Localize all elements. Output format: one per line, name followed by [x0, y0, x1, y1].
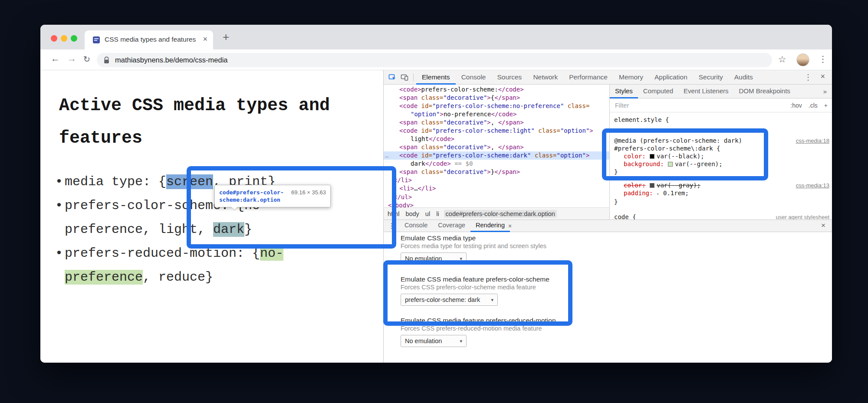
- bullet-marker: •: [55, 194, 63, 218]
- drawer-tab-console[interactable]: Console: [399, 220, 433, 232]
- stylesheet-link[interactable]: css-media:13: [796, 182, 829, 190]
- code-segment: <code: [399, 152, 418, 159]
- tab-audits[interactable]: Audits: [729, 70, 759, 85]
- device-toolbar-icon[interactable]: [398, 73, 411, 81]
- tree-line[interactable]: ▶ <li>…</li>: [384, 184, 609, 193]
- devtools-menu-icon[interactable]: ⋮: [804, 72, 812, 82]
- tab-memory[interactable]: Memory: [613, 70, 649, 85]
- element-style-rule[interactable]: element.style {: [610, 116, 832, 124]
- stylesheet-link[interactable]: css-media:18: [796, 137, 829, 145]
- tab-computed[interactable]: Computed: [638, 85, 678, 98]
- tab-network[interactable]: Network: [527, 70, 563, 85]
- url-text[interactable]: mathiasbynens.be/demo/css-media: [115, 56, 228, 64]
- bullet-marker: •: [55, 170, 63, 194]
- new-style-rule-icon[interactable]: +: [824, 102, 828, 109]
- browser-tab[interactable]: CSS media types and features ×: [85, 30, 213, 49]
- tree-line[interactable]: "option">no-preference</code>: [384, 110, 609, 118]
- tab-performance[interactable]: Performance: [563, 70, 613, 85]
- code-segment: </code>: [491, 111, 516, 118]
- tree-line[interactable]: <code>prefers-color-scheme:</code>: [384, 85, 609, 94]
- window-close-button[interactable]: [51, 35, 57, 42]
- tab-dom-breakpoints[interactable]: DOM Breakpoints: [733, 85, 795, 98]
- tab-strip: CSS media types and features × +: [40, 25, 832, 49]
- code-segment: dark: [411, 160, 425, 167]
- tree-line[interactable]: <span class="decorative">, </span>: [384, 118, 609, 127]
- tab-application[interactable]: Application: [649, 70, 693, 85]
- expand-shorthand-icon[interactable]: ▸: [657, 191, 660, 197]
- drawer-tab-coverage[interactable]: Coverage: [433, 220, 470, 232]
- css-property[interactable]: padding: ▸ 0.1rem;: [614, 189, 832, 198]
- devtools-close-icon[interactable]: ×: [820, 72, 825, 81]
- tab-sources[interactable]: Sources: [492, 70, 528, 85]
- tree-line[interactable]: <span class="decorative">{</span>: [384, 94, 609, 102]
- code-segment: light: [411, 135, 429, 142]
- tree-line[interactable]: <code id="prefers-color-scheme:no-prefer…: [384, 102, 609, 110]
- code-segment: }: [491, 168, 494, 175]
- tree-line[interactable]: </body>: [384, 201, 609, 207]
- drawer-tabbar: ⋮ Console Coverage Rendering × ×: [384, 220, 832, 232]
- toggle-hover-state[interactable]: :hov: [790, 102, 802, 109]
- tree-line[interactable]: <span class="decorative">, </span>: [384, 143, 609, 151]
- code-segment: </span>: [498, 144, 524, 151]
- tab-elements[interactable]: Elements: [416, 70, 456, 85]
- tab-styles[interactable]: Styles: [610, 85, 638, 98]
- tree-line[interactable]: <code id="prefers-color-scheme:light" cl…: [384, 127, 609, 135]
- code-segment: <span: [399, 119, 418, 126]
- color-swatch[interactable]: [650, 183, 654, 188]
- toggle-classes[interactable]: .cls: [809, 102, 818, 109]
- code-segment: </ul>: [394, 193, 412, 200]
- code-segment: ,: [491, 144, 498, 151]
- profile-avatar[interactable]: [796, 53, 809, 66]
- inspect-element-icon[interactable]: [386, 73, 398, 81]
- prefers-reduced-motion-select[interactable]: No emulation ▾: [401, 335, 467, 347]
- address-bar[interactable]: mathiasbynens.be/demo/css-media: [97, 53, 772, 67]
- breadcrumb-ul[interactable]: ul: [425, 210, 430, 217]
- bookmark-star-icon[interactable]: ☆: [778, 54, 786, 65]
- code-segment: prefers-color-scheme:: [421, 86, 498, 93]
- code-segment: <li>: [399, 185, 414, 192]
- tree-line[interactable]: dark</code> == $0: [384, 160, 609, 168]
- tab-event-listeners[interactable]: Event Listeners: [678, 85, 733, 98]
- code-segment: <code: [399, 102, 418, 109]
- code-segment: class=: [418, 144, 443, 151]
- code-segment: {: [491, 94, 494, 101]
- window-minimize-button[interactable]: [61, 35, 67, 42]
- breadcrumb-li[interactable]: li: [436, 210, 439, 217]
- browser-window: CSS media types and features × + ← → ↻ m…: [40, 25, 832, 363]
- breadcrumb-body[interactable]: body: [405, 210, 419, 217]
- reload-icon[interactable]: ↻: [83, 54, 90, 64]
- code-segment: </span>: [494, 94, 520, 101]
- code-segment: "decorative": [443, 119, 487, 126]
- tree-line[interactable]: </li>: [384, 176, 609, 184]
- tree-line[interactable]: <span class="decorative">}</span>: [384, 168, 609, 176]
- chevron-down-icon: ▾: [460, 338, 462, 344]
- forward-icon[interactable]: →: [67, 53, 76, 64]
- tree-line[interactable]: </ul>: [384, 193, 609, 201]
- tab-console[interactable]: Console: [456, 70, 492, 85]
- section-description: Forces media type for testing print and …: [401, 242, 832, 250]
- rendering-tab-close-icon[interactable]: ×: [508, 223, 512, 229]
- drawer-close-icon[interactable]: ×: [821, 221, 825, 230]
- code-segment: >: [589, 127, 593, 134]
- more-tabs-icon[interactable]: »: [823, 88, 832, 95]
- lock-icon: [104, 56, 109, 66]
- drawer-tab-rendering[interactable]: Rendering: [470, 220, 510, 232]
- annotation-box-page-highlight: [187, 166, 396, 249]
- select-value: No emulation: [405, 337, 442, 344]
- breadcrumb-code[interactable]: code#prefers-color-scheme:dark.option: [444, 210, 557, 218]
- browser-menu-icon[interactable]: ⋮: [819, 54, 827, 64]
- styles-filter-input[interactable]: [614, 102, 784, 109]
- new-tab-button[interactable]: +: [223, 30, 229, 44]
- tab-close-icon[interactable]: ×: [203, 35, 207, 44]
- code-segment: id=: [418, 102, 432, 109]
- tree-line[interactable]: …<code id="prefers-color-scheme:dark" cl…: [384, 151, 609, 160]
- code-segment: <code>: [399, 86, 421, 93]
- code-segment: "prefers-color-scheme:no-preference": [432, 102, 564, 109]
- window-zoom-button[interactable]: [71, 35, 77, 42]
- tab-security[interactable]: Security: [693, 70, 729, 85]
- code-segment: no-preference: [444, 111, 491, 118]
- tree-line[interactable]: light</code>: [384, 135, 609, 143]
- code-segment: <span: [399, 144, 418, 151]
- back-icon[interactable]: ←: [51, 53, 60, 64]
- overridden-rule: color: var(--gray); padding: ▸ 0.1rem; }…: [610, 181, 832, 206]
